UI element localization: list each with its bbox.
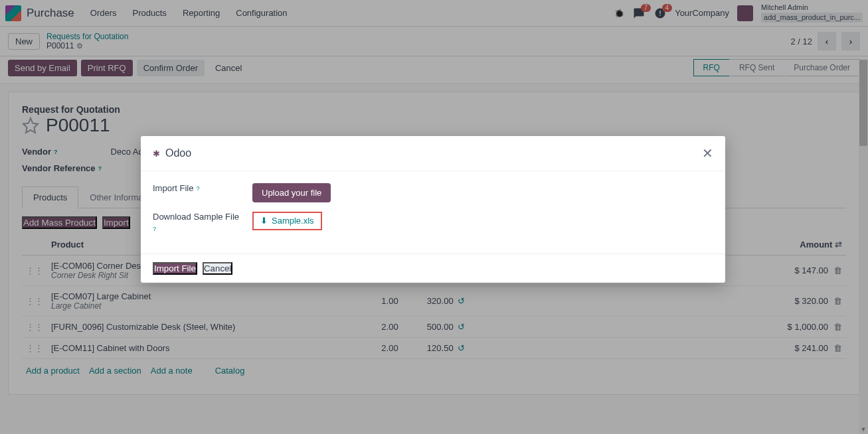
sample-download-link[interactable]: ⬇ Sample.xls (252, 212, 322, 230)
import-file-label: Import File (153, 183, 193, 193)
close-icon[interactable]: ✕ (702, 145, 713, 161)
sample-file-name: Sample.xls (272, 216, 314, 226)
modal-title: Odoo (165, 147, 191, 159)
import-modal: ✱ Odoo ✕ Import File? Upload your file D… (141, 136, 725, 283)
download-icon: ⬇ (260, 216, 268, 226)
import-file-submit-button[interactable]: Import File (153, 262, 197, 275)
help-icon[interactable]: ? (196, 185, 199, 192)
upload-file-button[interactable]: Upload your file (252, 183, 331, 202)
download-sample-label: Download Sample File (153, 212, 239, 222)
bug-icon: ✱ (153, 149, 160, 159)
help-icon[interactable]: ? (153, 226, 156, 232)
modal-cancel-button[interactable]: Cancel (203, 262, 233, 275)
